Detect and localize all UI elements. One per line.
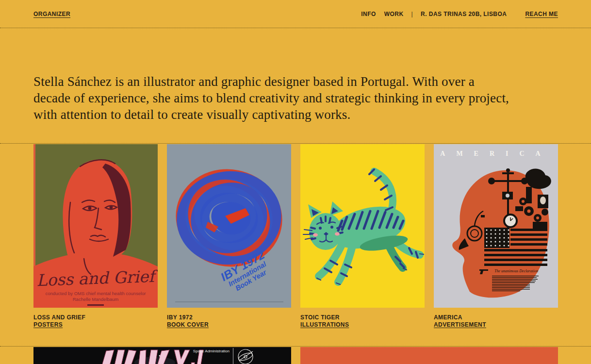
top-nav-bar: ORGANIZER INFO WORK | R. DAS TRINAS 20B,…	[0, 0, 591, 28]
poster-declaration-heading: The unanimous Declaration	[494, 269, 538, 273]
intro-paragraph: Stella Sánchez is an illustrator and gra…	[33, 73, 562, 123]
poster-text-space-administration: Space Administration	[193, 349, 230, 353]
poster-image-stoic-tiger[interactable]	[300, 144, 425, 308]
poster-image-loss-and-grief[interactable]: Loss and Grief conducted by OMS chief me…	[33, 144, 158, 308]
intro-line-2: decade of experience, she aims to blend …	[33, 90, 562, 106]
top-nav: INFO WORK | R. DAS TRINAS 20B, LISBOA RE…	[352, 11, 558, 17]
project-caption: AMERICA ADVERTISEMENT	[434, 314, 558, 329]
nav-item-work[interactable]: WORK	[384, 11, 404, 17]
poster-credit-line-2: Rachelle Mandelbaum	[73, 297, 119, 302]
intro-section: Stella Sánchez is an illustrator and gra…	[0, 28, 591, 143]
project-caption: LOSS AND GRIEF POSTERS	[33, 314, 158, 329]
project-title: AMERICA	[434, 314, 558, 321]
poster-image-space-partial[interactable]: Space Administration	[33, 347, 291, 364]
project-card-stoic-tiger[interactable]: STOIC TIGER ILLUSTRATIONS	[300, 144, 425, 346]
poster-image-america[interactable]: AMERICA	[434, 144, 558, 308]
project-grid-row-2: Space Administration	[0, 347, 591, 364]
poster-underline-mark	[87, 304, 104, 306]
project-card-iby-1972[interactable]: IBY 1972 International Book Year IBY 197…	[167, 144, 291, 346]
poster-image-orange-partial[interactable]	[300, 347, 558, 364]
project-category-link[interactable]: ILLUSTRATIONS	[300, 321, 425, 329]
project-category-link[interactable]: POSTERS	[33, 321, 158, 329]
poster-image-iby-1972[interactable]: IBY 1972 International Book Year	[167, 144, 291, 308]
poster-credit-line-1: conducted by OMS chief mental health cou…	[45, 291, 146, 296]
project-card-loss-and-grief[interactable]: Loss and Grief conducted by OMS chief me…	[33, 144, 158, 346]
project-caption: IBY 1972 BOOK COVER	[167, 314, 291, 329]
project-category-link[interactable]: BOOK COVER	[167, 321, 291, 329]
project-title: STOIC TIGER	[300, 314, 425, 321]
project-category-link[interactable]: ADVERTISEMENT	[434, 321, 558, 329]
poster-divider-line	[233, 348, 233, 364]
logo-link[interactable]: ORGANIZER	[33, 11, 70, 17]
project-grid: Loss and Grief conducted by OMS chief me…	[0, 144, 591, 346]
nav-divider: |	[411, 11, 413, 17]
project-caption: STOIC TIGER ILLUSTRATIONS	[300, 314, 425, 329]
project-title: LOSS AND GRIEF	[33, 314, 158, 321]
project-title: IBY 1972	[167, 314, 291, 321]
address-text: R. DAS TRINAS 20B, LISBOA	[421, 11, 507, 17]
intro-line-3: with attention to detail to create visua…	[33, 106, 562, 123]
nav-item-info[interactable]: INFO	[361, 11, 376, 17]
poster-title-america: AMERICA	[440, 150, 551, 157]
project-card-america[interactable]: AMERICA	[434, 144, 558, 346]
portfolio-page: ORGANIZER INFO WORK | R. DAS TRINAS 20B,…	[0, 0, 591, 364]
intro-line-1: Stella Sánchez is an illustrator and gra…	[33, 73, 562, 90]
reach-me-link[interactable]: REACH ME	[525, 11, 558, 17]
